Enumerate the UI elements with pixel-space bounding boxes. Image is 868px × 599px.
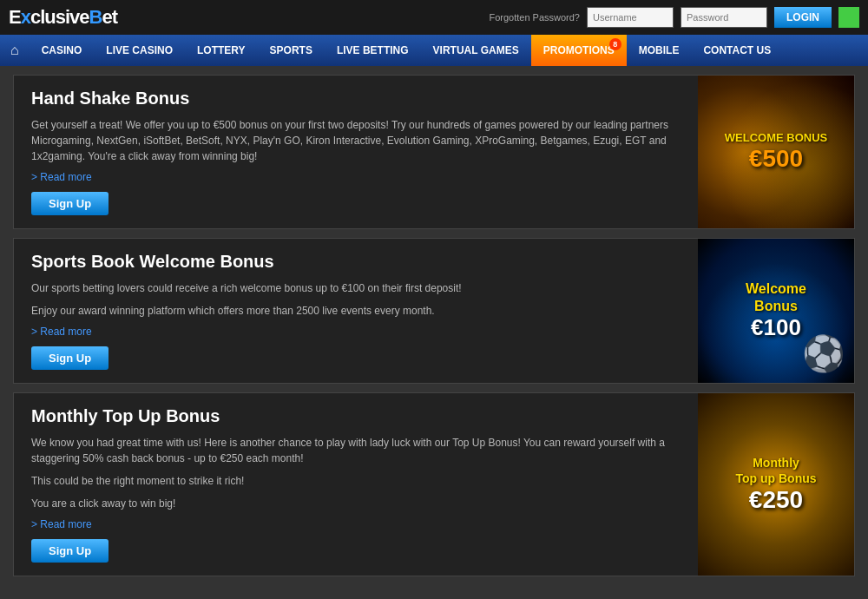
promo-text-sports-1: Our sports betting lovers could receive … [31, 280, 681, 296]
promo-text-monthly-1: We know you had great time with us! Here… [31, 435, 681, 466]
promo-title-monthly: Monthly Top Up Bonus [31, 406, 681, 426]
nav-virtual-games[interactable]: VIRTUAL GAMES [421, 35, 531, 66]
monthly-bonus-amount: €250 [735, 486, 816, 514]
promo-text-monthly-3: You are a click away to win big! [31, 496, 681, 511]
read-more-sports[interactable]: > Read more [31, 326, 681, 338]
username-input[interactable] [587, 7, 674, 28]
promo-text-handshake: Get yourself a treat! We offer you up to… [31, 117, 681, 164]
welcome-bonus-label: WELCOME BONUS [725, 131, 827, 145]
signup-button-handshake[interactable]: Sign Up [31, 192, 108, 215]
promo-image-sports: WelcomeBonus €100 ⚽ [698, 239, 854, 383]
nav-live-casino[interactable]: LIVE CASINO [94, 35, 185, 66]
header-right: Forgotten Password? LOGIN [489, 7, 859, 28]
sports-bonus-label: WelcomeBonus [746, 280, 806, 313]
promotions-badge: 8 [609, 38, 621, 50]
nav-promotions[interactable]: PROMOTIONS 8 [531, 35, 627, 66]
login-button[interactable]: LOGIN [774, 7, 832, 28]
header: ExclusiveBet Forgotten Password? LOGIN [0, 0, 868, 35]
register-button[interactable] [838, 7, 859, 28]
soccer-ball-icon: ⚽ [802, 333, 845, 374]
sports-bonus-amount: €100 [746, 314, 806, 341]
main-nav: ⌂ CASINO LIVE CASINO LOTTERY SPORTS LIVE… [0, 35, 868, 66]
logo: ExclusiveBet [9, 6, 117, 29]
read-more-handshake[interactable]: > Read more [31, 171, 681, 183]
nav-mobile[interactable]: MOBILE [627, 35, 692, 66]
nav-casino[interactable]: CASINO [30, 35, 95, 66]
promo-image-monthly: MonthlyTop up Bonus €250 [698, 393, 854, 576]
promo-text-monthly-2: This could be the right moment to strike… [31, 473, 681, 489]
promo-card-sports: Sports Book Welcome Bonus Our sports bet… [13, 238, 855, 384]
promo-image-handshake: WELCOME BONUS €500 [698, 76, 854, 228]
signup-button-sports[interactable]: Sign Up [31, 346, 108, 370]
promo-card-monthly: Monthly Top Up Bonus We know you had gre… [13, 392, 855, 576]
forgotten-password-link[interactable]: Forgotten Password? [489, 12, 580, 23]
promo-content-handshake: Hand Shake Bonus Get yourself a treat! W… [14, 76, 698, 228]
promo-card-handshake: Hand Shake Bonus Get yourself a treat! W… [13, 75, 855, 229]
nav-lottery[interactable]: LOTTERY [185, 35, 258, 66]
nav-home[interactable]: ⌂ [0, 35, 30, 66]
monthly-bonus-label: MonthlyTop up Bonus [735, 455, 816, 486]
signup-button-monthly[interactable]: Sign Up [31, 539, 108, 563]
promo-content-sports: Sports Book Welcome Bonus Our sports bet… [14, 239, 698, 383]
main-content: Hand Shake Bonus Get yourself a treat! W… [0, 66, 868, 599]
promo-content-monthly: Monthly Top Up Bonus We know you had gre… [14, 393, 698, 576]
promo-text-sports-2: Enjoy our award winning platform which o… [31, 303, 681, 319]
read-more-monthly[interactable]: > Read more [31, 518, 681, 530]
nav-sports[interactable]: SPORTS [258, 35, 325, 66]
nav-contact-us[interactable]: CONTACT US [691, 35, 783, 66]
promo-title-sports: Sports Book Welcome Bonus [31, 252, 681, 272]
welcome-bonus-amount: €500 [725, 145, 827, 173]
promo-title-handshake: Hand Shake Bonus [31, 89, 681, 109]
password-input[interactable] [681, 7, 767, 28]
nav-live-betting[interactable]: LIVE BETTING [325, 35, 421, 66]
